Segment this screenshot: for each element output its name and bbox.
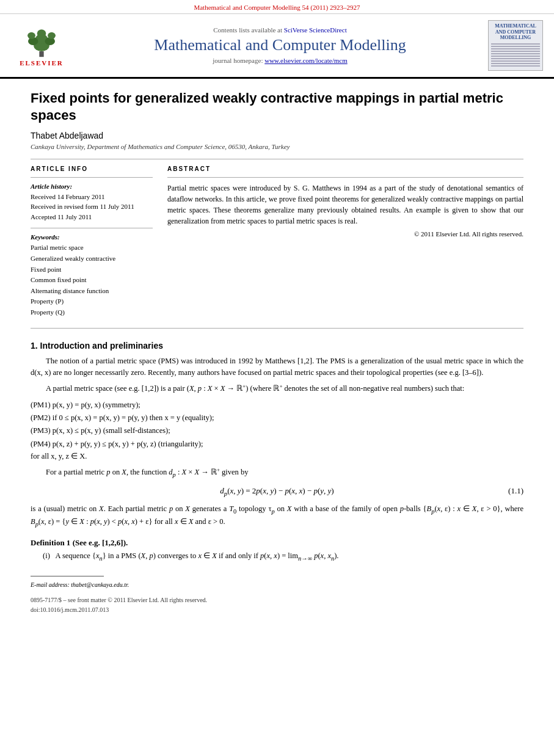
svg-point-7 — [48, 32, 56, 39]
sciverse-link[interactable]: SciVerse ScienceDirect — [284, 26, 347, 34]
keywords-divider — [31, 228, 153, 228]
def1-title: Definition 1 (See e.g. [1,2,6]). — [31, 538, 523, 548]
svg-point-6 — [27, 32, 35, 39]
elsevier-label: ELSEVIER — [20, 59, 64, 67]
journal-citation-banner: Mathematical and Computer Modelling 54 (… — [0, 0, 554, 14]
elsevier-tree-icon — [17, 24, 66, 58]
svg-point-3 — [37, 29, 46, 37]
author-name: Thabet Abdeljawad — [31, 131, 523, 140]
section-divider — [31, 328, 523, 329]
bottom-info: 0895-7177/$ – see front matter © 2011 El… — [31, 595, 523, 615]
article-history: Article history: Received 14 February 20… — [31, 183, 153, 222]
banner-text: Mathematical and Computer Modelling 54 (… — [194, 4, 360, 11]
keywords-title: Keywords: — [31, 233, 153, 241]
pm4: (PM4) p(x, z) + p(y, y) ≤ p(x, y) + p(y,… — [31, 438, 523, 451]
info-abstract-cols: ARTICLE INFO Article history: Received 1… — [31, 165, 523, 318]
header-divider — [31, 159, 523, 159]
history-line-1: Received 14 February 2011 — [31, 192, 153, 202]
for-all-text: for all x, y, z ∈ X. — [31, 451, 523, 462]
article-title: Fixed points for generalized weakly cont… — [31, 90, 523, 125]
formula-dp: dp(x, y) = 2p(x, y) − p(x, x) − p(y, y) … — [31, 486, 523, 497]
kw-4: Common fixed point — [31, 275, 153, 286]
email-address: thabet@cankaya.edu.tr. — [71, 581, 129, 588]
svg-rect-0 — [39, 51, 43, 57]
footnote-divider — [31, 576, 104, 576]
history-title: Article history: — [31, 183, 153, 190]
abstract-col: ABSTRACT Partial metric spaces were intr… — [167, 165, 523, 318]
journal-homepage: journal homepage: www.elsevier.com/locat… — [72, 57, 488, 64]
kw-1: Partial metric space — [31, 242, 153, 253]
keywords-block: Keywords: Partial metric space Generaliz… — [31, 233, 153, 318]
journal-thumbnail: MATHEMATICALAND COMPUTERMODELLING — [488, 20, 543, 71]
kw-3: Fixed point — [31, 264, 153, 275]
kw-7: Property (Q) — [31, 307, 153, 318]
formula-number: (1.1) — [508, 486, 523, 496]
section1-para1: The notion of a partial metric space (PM… — [31, 355, 523, 379]
section1-para2: A partial metric space (see e.g. [1,2]) … — [31, 382, 523, 395]
email-label: E-mail address: — [31, 581, 70, 588]
history-line-2: Received in revised form 11 July 2011 — [31, 202, 153, 212]
journal-title: Mathematical and Computer Modelling — [72, 36, 488, 54]
article-info-col: ARTICLE INFO Article history: Received 1… — [31, 165, 153, 318]
pm-axioms: (PM1) p(x, y) = p(y, x) (symmetry); (PM2… — [31, 399, 523, 451]
abstract-text: Partial metric spaces were introduced by… — [167, 183, 523, 227]
abstract-divider — [167, 177, 523, 178]
elsevier-logo: ELSEVIER — [11, 24, 72, 67]
thumb-title: MATHEMATICALAND COMPUTERMODELLING — [491, 23, 540, 41]
section1-heading: 1. Introduction and preliminaries — [31, 341, 523, 351]
doi-line: doi:10.1016/j.mcm.2011.07.013 — [31, 605, 523, 615]
history-line-3: Accepted 11 July 2011 — [31, 212, 153, 222]
journal-center: Contents lists available at SciVerse Sci… — [72, 26, 488, 64]
sciverse-line: Contents lists available at SciVerse Sci… — [72, 26, 488, 34]
journal-header: ELSEVIER Contents lists available at Sci… — [0, 14, 554, 79]
author-affiliation: Cankaya University, Department of Mathem… — [31, 143, 523, 150]
kw-5: Alternating distance function — [31, 286, 153, 297]
footnote: E-mail address: thabet@cankaya.edu.tr. — [31, 580, 523, 589]
abstract-label: ABSTRACT — [167, 165, 523, 172]
kw-6: Property (P) — [31, 296, 153, 307]
abstract-copyright: © 2011 Elsevier Ltd. All rights reserved… — [167, 230, 523, 238]
kw-2: Generalized weakly contractive — [31, 253, 153, 264]
pm1: (PM1) p(x, y) = p(y, x) (symmetry); — [31, 399, 523, 412]
main-content: Fixed points for generalized weakly cont… — [0, 79, 554, 633]
homepage-link[interactable]: www.elsevier.com/locate/mcm — [264, 57, 348, 64]
article-info-label: ARTICLE INFO — [31, 165, 153, 172]
para4-text: is a (usual) metric on X. Each partial m… — [31, 503, 523, 529]
issn-line: 0895-7177/$ – see front matter © 2011 El… — [31, 595, 523, 605]
thumb-lines — [491, 43, 540, 67]
pm3: (PM3) p(x, x) ≤ p(x, y) (small self-dist… — [31, 424, 523, 437]
info-divider — [31, 177, 153, 178]
def1-text: (i) A sequence {xn} in a PMS (X, p) conv… — [43, 550, 523, 564]
para3-text: For a partial metric p on X, the functio… — [31, 466, 523, 480]
formula-text: dp(x, y) = 2p(x, y) − p(x, x) − p(y, y) — [220, 486, 333, 495]
pm2: (PM2) if 0 ≤ p(x, x) = p(x, y) = p(y, y)… — [31, 412, 523, 424]
